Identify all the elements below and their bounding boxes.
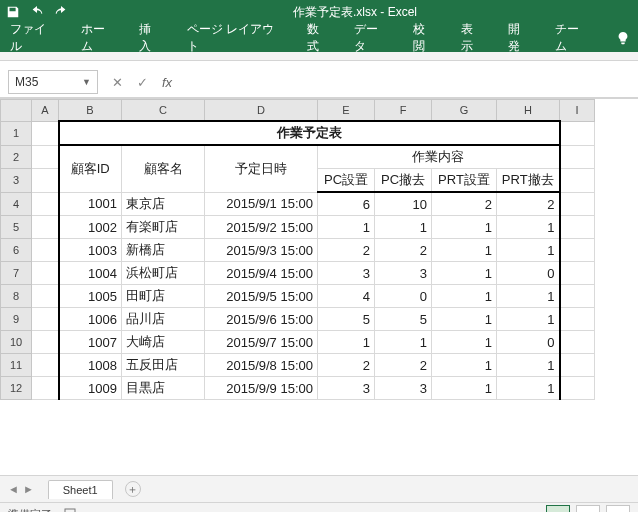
cell-v0[interactable]: 3: [318, 377, 375, 400]
cell-datetime[interactable]: 2015/9/7 15:00: [205, 331, 318, 354]
add-sheet-button[interactable]: ＋: [125, 481, 141, 497]
row-header[interactable]: 10: [1, 331, 32, 354]
row-header[interactable]: 12: [1, 377, 32, 400]
enter-icon[interactable]: ✓: [137, 75, 148, 90]
cell-v3[interactable]: 1: [497, 308, 560, 331]
macro-record-icon[interactable]: [64, 508, 76, 512]
view-page-layout-button[interactable]: [576, 505, 600, 512]
cell-v3[interactable]: 0: [497, 331, 560, 354]
cell[interactable]: [32, 145, 59, 169]
cell[interactable]: [560, 169, 595, 193]
col-header[interactable]: D: [205, 100, 318, 122]
tab-formula[interactable]: 数式: [305, 17, 332, 59]
cell-id[interactable]: 1002: [59, 216, 122, 239]
col-header[interactable]: B: [59, 100, 122, 122]
cell[interactable]: [32, 262, 59, 285]
row-header[interactable]: 2: [1, 145, 32, 169]
cell-name[interactable]: 大崎店: [122, 331, 205, 354]
cell-name[interactable]: 田町店: [122, 285, 205, 308]
col-header[interactable]: A: [32, 100, 59, 122]
cell[interactable]: [32, 216, 59, 239]
cell[interactable]: [560, 285, 595, 308]
cell[interactable]: [32, 192, 59, 216]
cell[interactable]: [32, 239, 59, 262]
cell-v0[interactable]: 3: [318, 262, 375, 285]
cell[interactable]: [560, 262, 595, 285]
cell-v0[interactable]: 1: [318, 331, 375, 354]
name-box[interactable]: M35 ▼: [8, 70, 98, 94]
cell-v3[interactable]: 2: [497, 192, 560, 216]
cell[interactable]: [32, 377, 59, 400]
cell-name[interactable]: 浜松町店: [122, 262, 205, 285]
sheet-tab-active[interactable]: Sheet1: [48, 480, 113, 499]
cell-datetime[interactable]: 2015/9/8 15:00: [205, 354, 318, 377]
cell[interactable]: [32, 169, 59, 193]
cell-datetime[interactable]: 2015/9/5 15:00: [205, 285, 318, 308]
row-header[interactable]: 5: [1, 216, 32, 239]
cell-v0[interactable]: 6: [318, 192, 375, 216]
cell-v3[interactable]: 1: [497, 216, 560, 239]
tab-dev[interactable]: 開発: [506, 17, 533, 59]
cell-v3[interactable]: 1: [497, 285, 560, 308]
header-prt-remove[interactable]: PRT撤去: [497, 169, 560, 193]
view-page-break-button[interactable]: [606, 505, 630, 512]
header-pc-install[interactable]: PC設置: [318, 169, 375, 193]
cell[interactable]: [32, 308, 59, 331]
row-header[interactable]: 8: [1, 285, 32, 308]
col-header[interactable]: I: [560, 100, 595, 122]
tab-layout[interactable]: ページ レイアウト: [185, 17, 285, 59]
cell-v1[interactable]: 1: [375, 331, 432, 354]
cell-datetime[interactable]: 2015/9/4 15:00: [205, 262, 318, 285]
cell[interactable]: [560, 216, 595, 239]
tab-insert[interactable]: 挿入: [137, 17, 164, 59]
view-normal-button[interactable]: [546, 505, 570, 512]
tab-file[interactable]: ファイル: [8, 17, 59, 59]
cell-id[interactable]: 1005: [59, 285, 122, 308]
row-header[interactable]: 9: [1, 308, 32, 331]
cell-id[interactable]: 1008: [59, 354, 122, 377]
sheet-prev-icon[interactable]: ◄: [8, 483, 19, 495]
cell-v2[interactable]: 2: [432, 192, 497, 216]
cell-v0[interactable]: 4: [318, 285, 375, 308]
select-all-cell[interactable]: [1, 100, 32, 122]
sheet-next-icon[interactable]: ►: [23, 483, 34, 495]
cell-datetime[interactable]: 2015/9/1 15:00: [205, 192, 318, 216]
cancel-icon[interactable]: ✕: [112, 75, 123, 90]
cell-name[interactable]: 東京店: [122, 192, 205, 216]
cell[interactable]: [560, 377, 595, 400]
cell-v2[interactable]: 1: [432, 262, 497, 285]
tab-home[interactable]: ホーム: [79, 17, 118, 59]
row-header[interactable]: 4: [1, 192, 32, 216]
cell-v1[interactable]: 5: [375, 308, 432, 331]
cell-name[interactable]: 目黒店: [122, 377, 205, 400]
title-cell[interactable]: 作業予定表: [59, 121, 560, 145]
row-header[interactable]: 3: [1, 169, 32, 193]
header-scheduled[interactable]: 予定日時: [205, 145, 318, 192]
tab-team[interactable]: チーム: [553, 17, 592, 59]
cell-v1[interactable]: 2: [375, 354, 432, 377]
cell-v2[interactable]: 1: [432, 285, 497, 308]
cell-datetime[interactable]: 2015/9/9 15:00: [205, 377, 318, 400]
cell[interactable]: [560, 354, 595, 377]
cell-id[interactable]: 1004: [59, 262, 122, 285]
worksheet-grid[interactable]: ABCDEFGHI1作業予定表2顧客ID顧客名予定日時作業内容3PC設置PC撤去…: [0, 98, 638, 475]
header-customer-name[interactable]: 顧客名: [122, 145, 205, 192]
cell[interactable]: [560, 308, 595, 331]
tab-view[interactable]: 表示: [459, 17, 486, 59]
cell-v0[interactable]: 5: [318, 308, 375, 331]
cell-v3[interactable]: 1: [497, 239, 560, 262]
header-customer-id[interactable]: 顧客ID: [59, 145, 122, 192]
tab-review[interactable]: 校閲: [411, 17, 438, 59]
cell[interactable]: [560, 121, 595, 145]
cell-v2[interactable]: 1: [432, 331, 497, 354]
cell-name[interactable]: 品川店: [122, 308, 205, 331]
cell-name[interactable]: 新橋店: [122, 239, 205, 262]
cell-v0[interactable]: 2: [318, 239, 375, 262]
cell-datetime[interactable]: 2015/9/6 15:00: [205, 308, 318, 331]
col-header[interactable]: H: [497, 100, 560, 122]
cell[interactable]: [32, 121, 59, 145]
cell-v1[interactable]: 10: [375, 192, 432, 216]
cell-id[interactable]: 1006: [59, 308, 122, 331]
header-pc-remove[interactable]: PC撤去: [375, 169, 432, 193]
col-header[interactable]: C: [122, 100, 205, 122]
